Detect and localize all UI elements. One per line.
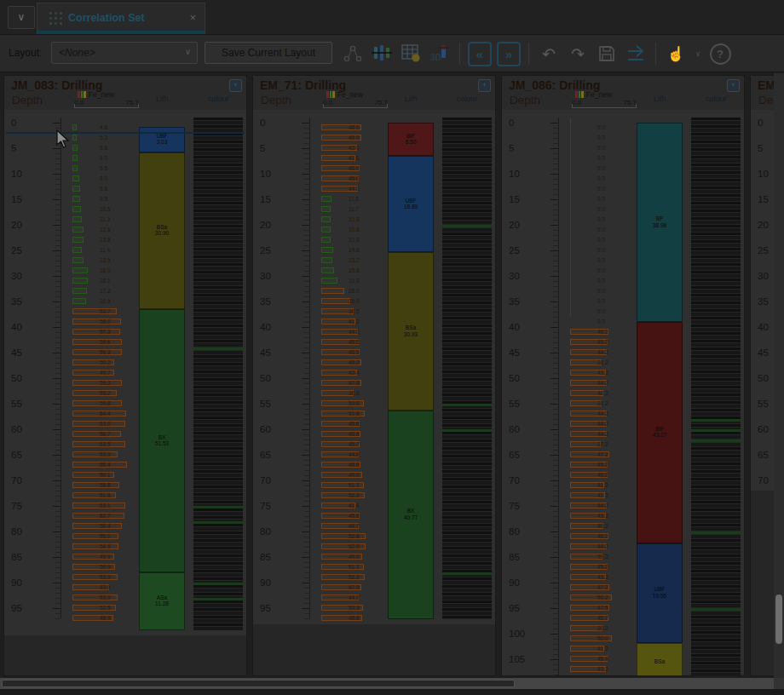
- fe-bar: [72, 523, 122, 529]
- fe-value-label: 38.5: [349, 308, 360, 315]
- fe-bar: [72, 574, 118, 580]
- tab-list-dropdown-button[interactable]: ∨: [8, 6, 35, 29]
- tab-correlation-set[interactable]: Correlation Set ×: [37, 3, 205, 34]
- depth-tick-label: 20: [11, 220, 22, 230]
- depth-tick-label: 50: [758, 373, 769, 383]
- panel-collapse-button[interactable]: ‹: [229, 79, 242, 92]
- depth-tick-label: 25: [11, 245, 22, 256]
- save-current-layout-button[interactable]: Save Current Layout: [205, 42, 332, 64]
- fe-value-label: 11.4: [100, 247, 110, 254]
- depth-tick-label: 0: [260, 118, 265, 128]
- depth-tick-label: 55: [260, 399, 271, 409]
- fe-value-label: 18.1: [100, 278, 111, 284]
- depth-tick-label: 45: [260, 348, 271, 358]
- fe-bar: [321, 247, 333, 253]
- depth-tick-label: 55: [509, 399, 520, 409]
- fe-value-label: 43.2: [597, 513, 608, 520]
- fe-bar: [72, 543, 118, 549]
- lith-interval-label: UBF19.55: [637, 586, 683, 599]
- fe-value-label: 11.8: [349, 196, 359, 203]
- expand-all-icon[interactable]: »: [497, 42, 521, 66]
- 3d-view-icon[interactable]: 3D: [428, 42, 452, 66]
- horizontal-scrollbar[interactable]: [0, 678, 774, 689]
- fe-bar: [72, 503, 125, 508]
- fe-value-label: 8.0: [100, 175, 107, 182]
- fe-value-label: 44.7: [349, 523, 360, 530]
- redo-icon[interactable]: ↷: [566, 42, 590, 66]
- fe-value-label: 0.0: [597, 155, 605, 162]
- depth-ruler-major-ticks: [53, 123, 61, 623]
- panel-collapse-button[interactable]: ‹: [478, 79, 491, 92]
- fe-legend-icon: [330, 91, 332, 98]
- depth-tick-label: 70: [11, 475, 22, 485]
- fe-value-label: 0.0: [597, 216, 605, 223]
- fe-bar: [72, 216, 82, 222]
- depth-tick-label: 75: [509, 501, 520, 511]
- tab-label: Correlation Set: [68, 12, 145, 24]
- vertical-scrollbar-thumb[interactable]: [775, 594, 782, 644]
- colour-column-header: colour: [442, 95, 492, 103]
- depth-tick-label: 20: [260, 220, 271, 230]
- vertical-scrollbar[interactable]: [774, 73, 784, 678]
- fe-value-label: 44.2: [597, 380, 608, 387]
- colour-track-accent: [193, 506, 243, 508]
- depth-tick-label: 20: [758, 220, 769, 230]
- fe-bar: [72, 482, 119, 488]
- structure-view-icon[interactable]: [341, 42, 365, 66]
- fe-value-label: 38.2: [597, 400, 608, 407]
- panel-collapse-button[interactable]: ‹: [727, 79, 740, 92]
- fe-value-label: 38.8: [349, 390, 360, 397]
- fe-value-label: 57.3: [100, 329, 111, 336]
- depth-tick-label: 15: [260, 194, 271, 204]
- depth-tick-label: 40: [758, 322, 769, 332]
- fe-value-label: 47.2: [597, 584, 608, 591]
- depth-ruler-line: [61, 118, 61, 618]
- depth-tick-label: 5: [758, 143, 763, 153]
- fe-bar: [321, 206, 331, 212]
- touch-mode-chevron-icon[interactable]: ∨: [693, 42, 703, 66]
- collapse-all-icon[interactable]: «: [468, 42, 492, 66]
- export-icon[interactable]: [624, 42, 648, 66]
- colour-track: [442, 118, 492, 619]
- fe-value-label: 58.7: [100, 431, 111, 438]
- fe-value-label: 53.9: [100, 451, 111, 458]
- fe-track-header: Fe_new: [326, 90, 363, 99]
- lith-column-header: Lith: [637, 95, 683, 103]
- undo-icon[interactable]: ↶: [537, 42, 561, 66]
- fe-value-label: 0.0: [597, 124, 605, 131]
- toolbar-separator: [655, 43, 656, 65]
- fe-bar: [72, 298, 86, 304]
- table-view-icon[interactable]: [399, 42, 423, 66]
- fe-value-label: 0.0: [597, 135, 605, 141]
- fe-bar: [72, 288, 87, 294]
- colour-track: [193, 118, 243, 630]
- help-icon[interactable]: ?: [708, 42, 732, 66]
- fe-bar: [72, 349, 122, 355]
- panel-content: 051015202530354045505560657075808590954.…: [4, 110, 246, 675]
- drillhole-panel-jm-083-drilling: JM_083: Drilling‹Depth Fe_new0.075.7Lith…: [3, 75, 247, 676]
- fe-value-label: 48.0: [349, 124, 360, 131]
- fe-legend-icon: [84, 91, 86, 98]
- save-icon[interactable]: [595, 42, 619, 66]
- correlation-view-icon[interactable]: [370, 42, 394, 66]
- fe-value-label: 0.0: [597, 196, 605, 203]
- fe-value-label: 49.0: [349, 472, 360, 479]
- depth-tick-label: 40: [509, 322, 520, 332]
- fe-value-label: 16.5: [100, 298, 111, 305]
- fe-value-label: 45.5: [349, 339, 360, 346]
- depth-tick-label: 30: [260, 271, 271, 281]
- touch-mode-icon[interactable]: ☝: [664, 42, 688, 66]
- fe-value-label: 41.0: [349, 155, 360, 162]
- layout-select[interactable]: <None> ∨: [51, 42, 198, 64]
- fe-value-label: 4.8: [100, 124, 107, 131]
- depth-tick-label: 95: [260, 603, 271, 613]
- colour-column-header: colour: [691, 95, 741, 103]
- tab-close-icon[interactable]: ×: [189, 11, 196, 24]
- fe-bar: [72, 135, 77, 141]
- fe-bar: [570, 441, 601, 447]
- fe-scale-max: 75.7: [125, 99, 139, 106]
- fe-value-label: 50.1: [100, 472, 111, 479]
- depth-tick-label: 65: [11, 450, 22, 460]
- depth-column-header: Depth: [261, 94, 291, 106]
- horizontal-scrollbar-thumb[interactable]: [2, 680, 515, 687]
